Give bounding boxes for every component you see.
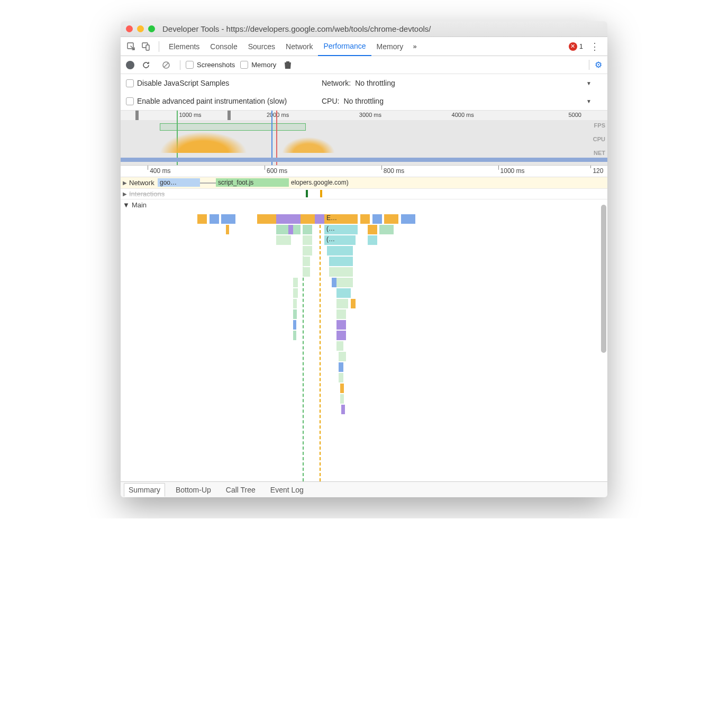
ov-tick: 5000 [568,112,581,118]
collapse-icon[interactable]: ▼ [123,201,130,209]
enable-paint-label: Enable advanced paint instrumentation (s… [137,97,287,105]
memory-checkbox[interactable]: Memory [240,61,276,69]
network-request[interactable]: script_foot.js [216,178,274,187]
flame-event[interactable]: (… [324,235,356,243]
close-icon[interactable] [126,25,133,32]
svg-rect-2 [146,45,149,50]
overview-handle-right[interactable] [228,111,231,120]
capture-settings: Disable JavaScript Samples Network: No t… [121,74,607,111]
tab-elements[interactable]: Elements [163,37,205,56]
interactions-track[interactable]: ▶ Interactions [121,189,607,199]
network-request[interactable]: goo… [158,178,200,187]
tab-bottom-up[interactable]: Bottom-Up [171,484,215,496]
disable-js-checkbox[interactable]: Disable JavaScript Samples [126,79,322,87]
interactions-label: Interactions [129,190,165,198]
zoom-icon[interactable] [148,25,155,32]
ov-tick: 1000 ms [179,112,201,118]
enable-paint-checkbox[interactable]: Enable advanced paint instrumentation (s… [126,97,322,105]
expand-icon[interactable]: ▶ [123,180,127,186]
overview-handle-left[interactable] [135,111,139,120]
error-icon: ✕ [569,42,577,51]
devtools-window: Developer Tools - https://developers.goo… [121,21,607,497]
inspect-icon[interactable] [125,40,138,53]
disable-js-label: Disable JavaScript Samples [137,79,229,87]
zoom-ruler[interactable]: 400 ms 600 ms 800 ms 1000 ms 120 [121,166,607,177]
ruler-tick: 120 [593,167,603,175]
record-button[interactable] [126,61,134,69]
screenshots-checkbox[interactable]: Screenshots [186,61,235,69]
titlebar: Developer Tools - https://developers.goo… [121,21,607,37]
tab-network[interactable]: Network [280,37,318,56]
network-throttle-value[interactable]: No throttling [355,79,408,87]
tabs-overflow-icon[interactable]: » [408,40,421,53]
tab-memory[interactable]: Memory [371,37,409,56]
tab-summary[interactable]: Summary [124,483,165,497]
network-track-label: Network [129,179,154,187]
timeline-overview[interactable]: 1000 ms 2000 ms 3000 ms 4000 ms 5000 FPS… [121,111,607,166]
ruler-tick: 400 ms [150,167,170,175]
tab-call-tree[interactable]: Call Tree [222,484,260,496]
network-request[interactable]: elopers.google.com) [289,178,606,187]
network-throttle-label: Network: [322,79,351,87]
network-track[interactable]: ▶ Network goo… script_foot.js elopers.go… [121,177,607,189]
tab-event-log[interactable]: Event Log [266,484,308,496]
ov-tick: 4000 ms [452,112,474,118]
chevron-down-icon[interactable]: ▼ [586,98,592,104]
flame-event[interactable]: (… [324,225,358,232]
chevron-down-icon[interactable]: ▼ [586,80,592,86]
flame-event[interactable]: E… [324,214,358,222]
main-track-label: Main [132,201,147,209]
ruler-tick: 1000 ms [501,167,525,175]
flame-chart[interactable]: E… (… (… [121,214,600,481]
trash-icon[interactable] [281,59,294,71]
traffic-lights [126,25,155,32]
settings-icon[interactable]: ⚙ [589,60,602,70]
error-badge[interactable]: ✕ 1 [569,42,583,51]
cpu-throttle-label: CPU: [322,97,339,105]
expand-icon[interactable]: ▶ [123,191,127,197]
scrollbar[interactable] [601,205,606,353]
window-title: Developer Tools - https://developers.goo… [162,24,431,33]
ruler-tick: 600 ms [267,167,287,175]
ov-tick: 2000 ms [267,112,289,118]
main-thread-panel[interactable]: ▼ Main E… (… [121,199,607,481]
clear-icon[interactable] [160,59,172,71]
reload-icon[interactable] [140,59,152,71]
ov-tick: 3000 ms [359,112,381,118]
devtools-tabbar: Elements Console Sources Network Perform… [121,37,607,56]
error-count: 1 [579,42,583,50]
overview-lane-labels: FPS CPU NET [593,122,605,163]
device-toggle-icon[interactable] [140,40,152,53]
ruler-tick: 800 ms [384,167,404,175]
screenshots-label: Screenshots [197,61,235,69]
tab-sources[interactable]: Sources [243,37,280,56]
cpu-throttle-value[interactable]: No throttling [343,97,396,105]
memory-label: Memory [251,61,276,69]
more-icon[interactable]: ⋮ [588,40,601,53]
minimize-icon[interactable] [137,25,144,32]
tab-performance[interactable]: Performance [318,37,371,56]
details-tabbar: Summary Bottom-Up Call Tree Event Log [121,481,607,497]
tab-console[interactable]: Console [205,37,242,56]
network-request[interactable] [274,178,289,187]
perf-toolbar: Screenshots Memory ⚙ [121,56,607,74]
